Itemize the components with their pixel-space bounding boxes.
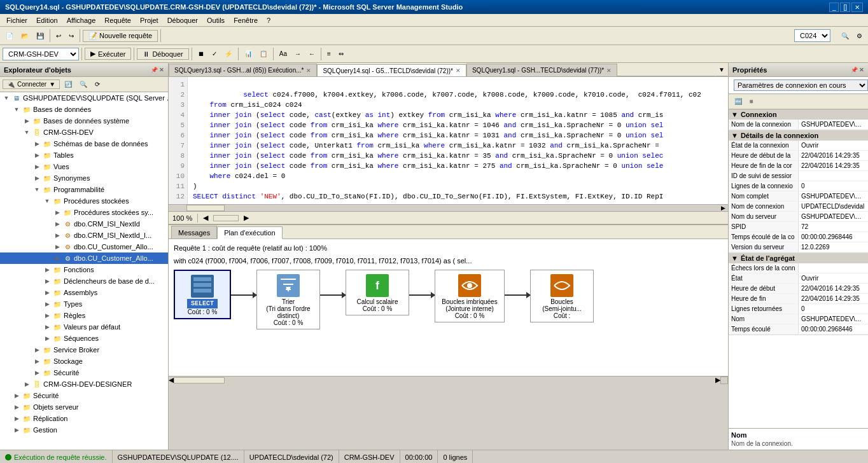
toggle-management[interactable]: ▶ xyxy=(11,427,22,433)
toggle-views[interactable]: ▶ xyxy=(32,163,42,170)
plan-node-sort[interactable]: Trier(Tri dans l'ordre distinct) Coût : … xyxy=(256,270,320,329)
menu-affichage[interactable]: Affichage xyxy=(63,15,100,25)
tree-item-storage[interactable]: ▶ 📁 Stockage xyxy=(0,356,168,367)
toggle-proc3[interactable]: ▶ xyxy=(52,244,62,250)
connect-btn[interactable]: 🔌 Connecter ▼ xyxy=(3,79,60,89)
tree-item-assemblies[interactable]: ▶ 📁 Assemblys xyxy=(0,287,168,298)
tab-sqlquery13[interactable]: SQLQuery13.sql - GSH...al (85)) Exécutio… xyxy=(169,64,317,76)
plan-tab[interactable]: Plan d'exécution xyxy=(217,226,282,239)
props-sort-btn[interactable]: 🔤 xyxy=(731,95,745,109)
outdent-btn[interactable]: ← xyxy=(305,47,318,61)
results-btn[interactable]: 📊 xyxy=(241,47,255,61)
tree-item-service-broker[interactable]: ▶ 📁 Service Broker xyxy=(0,344,168,356)
tree-item-schemas[interactable]: ▶ 📁 Schémas de base de données xyxy=(0,138,168,149)
tree-item-rules[interactable]: ▶ 📁 Règles xyxy=(0,310,168,321)
tree-item-management[interactable]: ▶ 📁 Gestion xyxy=(0,424,168,436)
editor-hscrollbar[interactable]: ▶ xyxy=(169,204,728,212)
toggle-stored-procs[interactable]: ▼ xyxy=(42,198,52,204)
props-dropdown[interactable]: Paramètres de connexion en cours xyxy=(734,79,868,91)
zoom-btn[interactable]: 🔍 xyxy=(838,29,852,43)
toggle-schemas[interactable]: ▶ xyxy=(32,141,42,147)
plan-node-loops[interactable]: Boucles imbriquées(Jointure interne) Coû… xyxy=(435,270,505,322)
toggle-server[interactable]: ▼ xyxy=(1,95,11,101)
tree-item-server[interactable]: ▼ 🖥 GSHUPDATEDEV\SQLUPDATE (SQL Server .… xyxy=(0,92,168,104)
tab14-close[interactable]: ✕ xyxy=(456,67,461,74)
menu-fichier[interactable]: Fichier xyxy=(3,15,31,25)
close-panel-btn[interactable]: ✕ xyxy=(159,67,164,73)
open-btn[interactable]: 📂 xyxy=(18,29,32,43)
db-dropdown[interactable]: C024 xyxy=(794,29,830,42)
toggle-prog[interactable]: ▼ xyxy=(32,186,42,193)
menu-requete[interactable]: Requête xyxy=(101,15,135,25)
tree-item-stored-procs[interactable]: ▼ 📁 Procédures stockées xyxy=(0,195,168,207)
tree-item-databases[interactable]: ▼ 📁 Bases de données xyxy=(0,104,168,115)
tab-sqlquery1[interactable]: SQLQuery1.sql - GSH...TECLD\sdevidal (77… xyxy=(466,64,617,76)
hscroll-thumb2[interactable] xyxy=(213,215,239,221)
details-header[interactable]: ▼ Détails de la connexion xyxy=(729,130,868,141)
new-query-btn[interactable]: 📝 Nouvelle requête xyxy=(83,30,158,42)
settings-btn[interactable]: ⚙ xyxy=(853,29,865,43)
stop-btn[interactable]: ⏹ xyxy=(195,47,207,61)
tree-item-sequences[interactable]: ▶ 📁 Séquences xyxy=(0,333,168,344)
connexion-header[interactable]: ▼ Connexion xyxy=(729,109,868,120)
tree-item-crm-gsh[interactable]: ▼ 🗄 CRM-GSH-DEV xyxy=(0,127,168,138)
sync-btn[interactable]: ⟳ xyxy=(92,78,103,92)
hscroll-right-btn[interactable]: ▶ xyxy=(720,205,727,211)
rows-btn[interactable]: ≡ xyxy=(324,47,334,61)
tree-item-security2[interactable]: ▶ 📁 Sécurité xyxy=(0,390,168,401)
props-pin-btn[interactable]: 📌 xyxy=(851,67,858,73)
plan-btn[interactable]: 📋 xyxy=(256,47,270,61)
toggle-proc1[interactable]: ▶ xyxy=(52,221,62,227)
code-editor[interactable]: 12345 678910 1112131415 1617 select c024… xyxy=(169,77,728,204)
toggle-functions[interactable]: ▶ xyxy=(42,266,52,273)
menu-deboquer[interactable]: Déboquer xyxy=(164,15,202,25)
minimize-btn[interactable]: _ xyxy=(829,3,839,12)
indent-btn[interactable]: → xyxy=(291,47,304,61)
toggle-security2[interactable]: ▶ xyxy=(11,392,22,399)
plan-node-semi[interactable]: Boucles(Semi-jointu... Coût : xyxy=(530,270,594,322)
undo-btn[interactable]: ↩ xyxy=(53,29,64,43)
plan-node-select[interactable]: SELECT Coût : 0 % xyxy=(174,270,231,319)
maximize-btn[interactable]: [] xyxy=(840,3,850,12)
tree-item-synonyms[interactable]: ▶ 📁 Synonymes xyxy=(0,172,168,184)
tree-item-sys-dbs[interactable]: ▶ 📁 Bases de données système xyxy=(0,115,168,127)
props-cat-btn[interactable]: ≡ xyxy=(746,95,757,109)
tree-item-proc4[interactable]: ▶ ⚙ dbo.CU_Customer_Allo... xyxy=(0,252,168,264)
tree-item-views[interactable]: ▶ 📁 Vues xyxy=(0,161,168,172)
check-btn[interactable]: ✓ xyxy=(209,47,220,61)
toggle-databases[interactable]: ▼ xyxy=(11,106,22,113)
tree-item-functions[interactable]: ▶ 📁 Fonctions xyxy=(0,264,168,275)
tree-item-proc2[interactable]: ▶ ⚙ dbo.CRM_ISI_NextId_I... xyxy=(0,230,168,241)
rscroll-left-btn[interactable]: ◀ xyxy=(169,376,174,384)
cols-btn[interactable]: ⇔ xyxy=(335,47,347,61)
close-btn[interactable]: ✕ xyxy=(851,3,863,12)
tree-item-sys-procs[interactable]: ▶ 📁 Procédures stockées sy... xyxy=(0,207,168,218)
menu-edition[interactable]: Edition xyxy=(32,15,62,25)
tree-item-proc1[interactable]: ▶ ⚙ dbo.CRM_ISI_NextId xyxy=(0,218,168,230)
tree-item-types[interactable]: ▶ 📁 Types xyxy=(0,298,168,310)
toggle-sys-dbs[interactable]: ▶ xyxy=(22,118,32,124)
toggle-crm-gsh[interactable]: ▼ xyxy=(22,129,32,135)
toggle-defaults[interactable]: ▶ xyxy=(42,324,52,330)
toggle-types[interactable]: ▶ xyxy=(42,301,52,307)
refresh-tree-btn[interactable]: 🔃 xyxy=(61,78,75,92)
messages-tab[interactable]: Messages xyxy=(171,226,217,238)
toggle-sys-procs[interactable]: ▶ xyxy=(52,209,62,216)
toggle-server-objects[interactable]: ▶ xyxy=(11,404,22,410)
tab-sqlquery14[interactable]: SQLQuery14.sql - G5...TECLD\sdevidal (72… xyxy=(317,64,466,77)
tree-item-proc3[interactable]: ▶ ⚙ dbo.CU_Customer_Allo... xyxy=(0,241,168,252)
tree-item-replication[interactable]: ▶ 📁 Réplication xyxy=(0,413,168,424)
tab13-close[interactable]: ✕ xyxy=(306,67,311,74)
debug-btn[interactable]: ⏸ Déboquer xyxy=(137,48,188,60)
hscroll-left-btn[interactable]: ◀ xyxy=(203,214,208,222)
toggle-storage[interactable]: ▶ xyxy=(32,358,42,364)
server-dropdown[interactable]: CRM-GSH-DEV xyxy=(3,48,79,60)
props-close-btn[interactable]: ✕ xyxy=(859,67,864,73)
tree-item-server-objects[interactable]: ▶ 📁 Objets serveur xyxy=(0,401,168,413)
format-btn[interactable]: Aa xyxy=(276,47,290,61)
menu-fenetre[interactable]: Fenêtre xyxy=(230,15,262,25)
code-content[interactable]: select c024.f7000, k7004.extkey, k7006.c… xyxy=(188,77,728,204)
toggle-proc2[interactable]: ▶ xyxy=(52,232,62,238)
plan-node-scalar[interactable]: f Calcul scalaire Coût : 0 % xyxy=(346,270,409,315)
parse-btn[interactable]: ⚡ xyxy=(221,47,235,61)
